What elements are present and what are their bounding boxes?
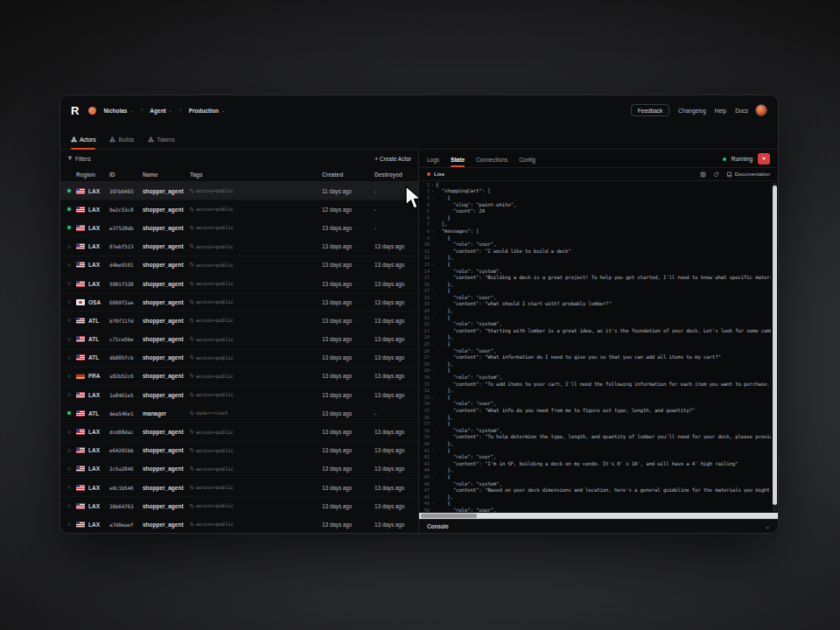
fold-caret-icon[interactable]: ⌄ — [430, 183, 436, 187]
running-dot-icon — [67, 263, 71, 267]
table-row[interactable]: LAX 5991f338 shopper_agent access=public… — [60, 275, 418, 293]
code-line: 39 ⌄ "content": "To help determine the t… — [419, 434, 771, 441]
fold-caret-icon[interactable]: ⌄ — [430, 368, 436, 373]
tag-icon — [190, 466, 194, 471]
code-line: 41 ⌄ { — [419, 447, 771, 454]
main-tab[interactable]: Tokens — [148, 136, 175, 149]
table-row[interactable]: LAX d4be9191 shopper_agent access=public… — [60, 256, 418, 275]
refresh-icon[interactable] — [713, 172, 719, 178]
state-json-editor[interactable]: 1 ⌄ { 2 ⌄ "shoppingCart": [ 3 ⌄ { — [419, 181, 778, 513]
breadcrumb-project[interactable]: Agent ⌄ — [150, 108, 172, 114]
table-row[interactable]: OSA 6099f2ae shopper_agent access=public… — [60, 293, 418, 312]
running-dot-icon — [67, 449, 71, 452]
detail-tab[interactable]: Logs — [427, 157, 439, 167]
running-dot-icon — [67, 318, 71, 322]
tag-icon — [190, 300, 194, 304]
nav-link[interactable]: Docs — [735, 108, 748, 114]
code-line: 20 ⌄ }, — [419, 307, 771, 314]
table-row[interactable]: LAX 1e8461e5 shopper_agent access=public… — [60, 386, 418, 404]
console-bar[interactable]: Console ⌄ — [419, 519, 778, 533]
code-line: 16 ⌄ }, — [419, 281, 771, 288]
table-row[interactable]: LAX 07ebf523 shopper_agent access=public… — [60, 238, 418, 256]
breadcrumb-workspace[interactable]: Nicholas ⌄ — [103, 108, 133, 114]
filters-row: Filters + Create Actor — [60, 150, 418, 167]
breadcrumb-environment[interactable]: Production ⌄ — [189, 108, 226, 114]
nav-link[interactable]: Help — [715, 108, 726, 114]
tag-icon — [190, 430, 194, 434]
region-flag-icon — [76, 522, 85, 528]
region-flag-icon — [76, 318, 85, 324]
user-avatar[interactable] — [755, 104, 767, 116]
table-row[interactable]: LAX e0c1b546 shopper_agent access=public… — [60, 479, 418, 497]
running-dot-icon — [67, 411, 71, 415]
fold-caret-icon[interactable]: ⌄ — [430, 448, 436, 452]
rivet-logo-icon[interactable]: R — [71, 104, 78, 117]
table-row[interactable]: LAX dcd08dac shopper_agent access=public… — [60, 423, 418, 441]
fold-caret-icon[interactable]: ⌄ — [430, 422, 436, 426]
fold-caret-icon[interactable]: ⌄ — [430, 315, 436, 319]
region-flag-icon — [76, 466, 85, 472]
code-line: 14 ⌄ "role": "system", — [419, 268, 771, 275]
fold-caret-icon[interactable]: ⌄ — [430, 501, 436, 506]
fold-caret-icon[interactable]: ⌄ — [430, 262, 436, 267]
table-row[interactable]: LAX a7d0eaef shopper_agent access=public… — [60, 515, 418, 533]
detail-tab[interactable]: State — [451, 157, 465, 167]
code-line: 50 ⌄ "role": "user", — [419, 507, 771, 513]
running-dot-icon — [67, 467, 71, 471]
table-row[interactable]: LAX 36b64763 shopper_agent access=public… — [60, 497, 418, 515]
vertical-scrollbar[interactable] — [773, 182, 777, 512]
code-line: 31 ⌄ "content": "To add items to your ca… — [419, 381, 771, 388]
table-row[interactable]: ATL db885fcb shopper_agent access=public… — [60, 349, 418, 368]
horizontal-scrollbar-thumb[interactable] — [421, 514, 477, 518]
create-actor-button[interactable]: + Create Actor — [374, 156, 411, 162]
running-status-icon — [723, 158, 726, 161]
table-row[interactable]: FRA a02b52c6 shopper_agent access=public… — [60, 368, 418, 386]
chevron-down-icon[interactable]: ⌄ — [765, 523, 770, 529]
documentation-link[interactable]: Documentation — [726, 172, 770, 178]
column-header-tags: Tags — [190, 172, 322, 178]
fold-caret-icon[interactable]: ⌄ — [430, 475, 436, 480]
code-line: 37 ⌄ { — [419, 420, 771, 427]
fold-caret-icon[interactable]: ⌄ — [430, 289, 436, 293]
fold-caret-icon[interactable]: ⌄ — [430, 229, 436, 234]
table-row[interactable]: ATL c71ce5be shopper_agent access=public… — [60, 331, 418, 349]
table-row[interactable]: LAX 397b9493 shopper_agent access=public… — [60, 182, 418, 200]
table-row[interactable]: LAX e37528db shopper_agent access=public… — [60, 219, 418, 237]
main-content: Filters + Create Actor Region ID Name Ta… — [60, 150, 778, 533]
nav-link[interactable]: Feedback — [631, 104, 670, 116]
region-flag-icon — [76, 485, 85, 491]
tag-icon — [190, 486, 194, 490]
table-row[interactable]: LAX e64201bb shopper_agent access=public… — [60, 442, 418, 460]
detail-tab[interactable]: Config — [519, 157, 536, 167]
stop-actor-button[interactable] — [758, 153, 770, 164]
fold-caret-icon[interactable]: ⌄ — [430, 189, 436, 193]
fold-caret-icon[interactable]: ⌄ — [430, 235, 436, 240]
code-line: 30 ⌄ "role": "system", — [419, 374, 771, 381]
fold-caret-icon[interactable]: ⌄ — [430, 196, 436, 200]
running-dot-icon — [67, 245, 71, 248]
code-line: 11 ⌄ "content": "I would like to build a… — [419, 248, 771, 255]
code-line: 8 ⌄ "messages": [ — [419, 228, 771, 234]
horizontal-scrollbar[interactable] — [419, 513, 778, 519]
save-icon[interactable] — [700, 172, 706, 178]
vertical-scrollbar-thumb[interactable] — [773, 186, 777, 505]
nav-link[interactable]: Changelog — [678, 108, 705, 114]
table-row[interactable]: LAX 2c5a2846 shopper_agent access=public… — [60, 460, 418, 479]
main-tab[interactable]: Builds — [109, 136, 134, 149]
code-line: 43 ⌄ "content": "I'm in SF, building a d… — [419, 460, 771, 467]
fold-caret-icon[interactable]: ⌄ — [430, 396, 436, 400]
region-flag-icon — [76, 225, 85, 231]
tag-icon — [190, 244, 194, 248]
selector-icon: ⌄ — [169, 108, 172, 113]
table-row[interactable]: LAX 0e2c53c8 shopper_agent access=public… — [60, 200, 418, 219]
main-tab[interactable]: Actors — [71, 136, 95, 149]
fold-caret-icon[interactable]: ⌄ — [430, 342, 436, 346]
code-line: 38 ⌄ "role": "system", — [419, 427, 771, 434]
detail-tab[interactable]: Connections — [476, 157, 508, 167]
code-line: 15 ⌄ "content": "Building a deck is a gr… — [419, 274, 771, 281]
table-row[interactable]: ATL b70f11fd shopper_agent access=public… — [60, 312, 418, 330]
table-row[interactable]: ATL dea546e1 manager owner=rivet 13 days… — [60, 404, 418, 423]
filters-button[interactable]: Filters — [67, 156, 91, 162]
book-icon — [726, 172, 732, 178]
code-line: 21 ⌄ { — [419, 314, 771, 321]
